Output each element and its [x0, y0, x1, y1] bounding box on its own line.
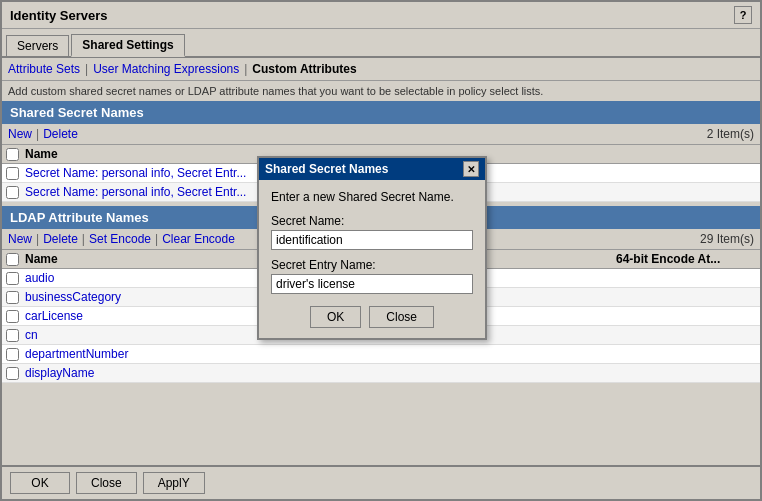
- modal-overlay: Shared Secret Names ✕ Enter a new Shared…: [2, 101, 760, 465]
- modal-secret-name-label: Secret Name:: [271, 214, 473, 228]
- modal-dialog: Shared Secret Names ✕ Enter a new Shared…: [257, 156, 487, 340]
- modal-secret-entry-label: Secret Entry Name:: [271, 258, 473, 272]
- modal-secret-entry-input[interactable]: [271, 274, 473, 294]
- modal-close-button[interactable]: Close: [369, 306, 434, 328]
- description-bar: Add custom shared secret names or LDAP a…: [2, 81, 760, 101]
- nav-bar: Attribute Sets | User Matching Expressio…: [2, 58, 760, 81]
- close-button[interactable]: Close: [76, 472, 137, 494]
- modal-title: Shared Secret Names: [265, 162, 388, 176]
- ok-button[interactable]: OK: [10, 472, 70, 494]
- title-bar: Identity Servers ?: [2, 2, 760, 29]
- tab-shared-settings[interactable]: Shared Settings: [71, 34, 184, 57]
- tab-servers[interactable]: Servers: [6, 35, 69, 56]
- window-title: Identity Servers: [10, 8, 108, 23]
- main-content: Shared Secret Names New | Delete 2 Item(…: [2, 101, 760, 465]
- apply-button[interactable]: ApplY: [143, 472, 205, 494]
- nav-attribute-sets[interactable]: Attribute Sets: [8, 62, 80, 76]
- modal-buttons: OK Close: [271, 306, 473, 328]
- help-button[interactable]: ?: [734, 6, 752, 24]
- main-window: Identity Servers ? Servers Shared Settin…: [0, 0, 762, 501]
- modal-close-x-button[interactable]: ✕: [463, 161, 479, 177]
- nav-sep-1: |: [85, 62, 88, 76]
- nav-current: Custom Attributes: [252, 62, 356, 76]
- nav-user-matching[interactable]: User Matching Expressions: [93, 62, 239, 76]
- modal-ok-button[interactable]: OK: [310, 306, 361, 328]
- modal-secret-name-input[interactable]: [271, 230, 473, 250]
- tabs-bar: Servers Shared Settings: [2, 29, 760, 58]
- modal-title-bar: Shared Secret Names ✕: [259, 158, 485, 180]
- bottom-bar: OK Close ApplY: [2, 465, 760, 499]
- nav-sep-2: |: [244, 62, 247, 76]
- modal-description: Enter a new Shared Secret Name.: [271, 190, 473, 204]
- modal-body: Enter a new Shared Secret Name. Secret N…: [259, 180, 485, 338]
